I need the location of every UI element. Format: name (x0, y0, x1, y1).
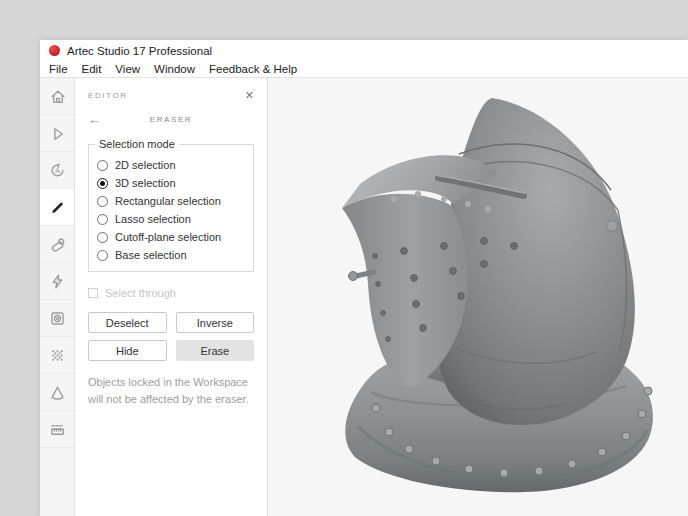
eraser-tool-icon (49, 236, 66, 253)
radio-button[interactable] (97, 214, 108, 225)
radio-button[interactable] (97, 232, 108, 243)
artec-logo-icon (49, 45, 60, 56)
close-icon[interactable]: ✕ (245, 90, 254, 101)
menu-item-view[interactable]: View (115, 63, 140, 75)
title-bar: Artec Studio 17 Professional (40, 40, 688, 61)
radio-label: Lasso selection (115, 213, 191, 225)
radio-label: Base selection (115, 249, 187, 261)
menu-item-edit[interactable]: Edit (82, 63, 102, 75)
home-icon (49, 88, 66, 105)
editor-pencil-icon (49, 199, 66, 216)
measure-ruler-icon (49, 421, 66, 438)
selection-mode-legend: Selection mode (95, 138, 179, 150)
tool-title: ERASER (108, 115, 234, 124)
deselect-button[interactable]: Deselect (88, 312, 167, 333)
menu-bar: FileEditViewWindowFeedback & Help (40, 61, 688, 78)
autopilot-icon: A (49, 162, 66, 179)
sidebar-item-home[interactable] (40, 78, 74, 115)
knight-helmet-model[interactable] (296, 92, 668, 504)
eraser-note: Objects locked in the Workspace will not… (88, 374, 260, 408)
menu-item-file[interactable]: File (49, 63, 68, 75)
svg-text:A: A (55, 166, 60, 175)
radio-option-3d-selection[interactable]: 3D selection (97, 177, 245, 189)
radio-option-rectangular-selection[interactable]: Rectangular selection (97, 195, 245, 207)
radio-label: 3D selection (115, 177, 176, 189)
app-window: Artec Studio 17 Professional FileEditVie… (40, 40, 688, 516)
lightning-icon (49, 273, 66, 290)
tool-sidebar: A (40, 78, 75, 516)
select-through-checkbox[interactable] (88, 288, 98, 298)
scan-play-icon (49, 125, 66, 142)
radio-option-cutoff-plane-selection[interactable]: Cutoff-plane selection (97, 231, 245, 243)
back-arrow-icon[interactable]: ← (88, 113, 108, 126)
sidebar-item-lightning[interactable] (40, 263, 74, 300)
inverse-button[interactable]: Inverse (176, 312, 255, 333)
radio-option-lasso-selection[interactable]: Lasso selection (97, 213, 245, 225)
sidebar-item-cone-primitive[interactable] (40, 374, 74, 411)
target-frame-icon (49, 310, 66, 327)
menu-item-window[interactable]: Window (154, 63, 195, 75)
3d-viewport[interactable] (268, 78, 688, 516)
select-through-label: Select through (105, 287, 176, 299)
sidebar-item-editor-pencil[interactable] (40, 189, 74, 226)
radio-label: 2D selection (115, 159, 176, 171)
select-through-row[interactable]: Select through (88, 287, 254, 299)
radio-option-base-selection[interactable]: Base selection (97, 249, 245, 261)
panel-title: EDITOR (88, 91, 128, 100)
editor-panel: EDITOR ✕ ← ERASER Selection mode 2D sele… (75, 78, 268, 516)
selection-mode-group: Selection mode 2D selection3D selectionR… (88, 138, 254, 272)
sidebar-item-texture-dots[interactable] (40, 337, 74, 374)
radio-button[interactable] (97, 196, 108, 207)
texture-dots-icon (49, 347, 66, 364)
radio-label: Cutoff-plane selection (115, 231, 221, 243)
hide-button[interactable]: Hide (88, 340, 167, 361)
radio-button[interactable] (97, 250, 108, 261)
radio-button[interactable] (97, 178, 108, 189)
radio-label: Rectangular selection (115, 195, 221, 207)
sidebar-item-eraser-tool[interactable] (40, 226, 74, 263)
cone-primitive-icon (49, 384, 66, 401)
menu-item-feedback-help[interactable]: Feedback & Help (209, 63, 297, 75)
window-title: Artec Studio 17 Professional (67, 45, 212, 57)
erase-button[interactable]: Erase (176, 340, 255, 361)
sidebar-item-measure-ruler[interactable] (40, 411, 74, 448)
radio-option-2d-selection[interactable]: 2D selection (97, 159, 245, 171)
sidebar-item-scan-play[interactable] (40, 115, 74, 152)
sidebar-item-autopilot[interactable]: A (40, 152, 74, 189)
radio-button[interactable] (97, 160, 108, 171)
sidebar-item-target-frame[interactable] (40, 300, 74, 337)
